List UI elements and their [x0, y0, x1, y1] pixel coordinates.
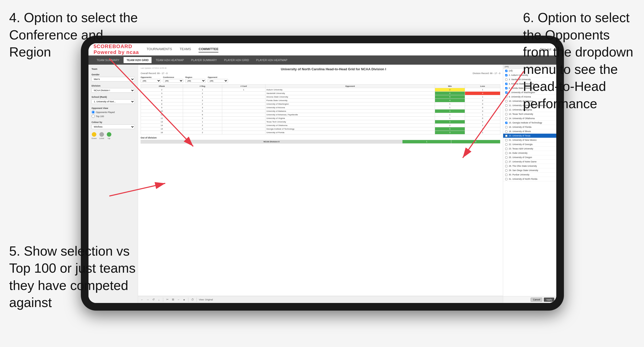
colour-select[interactable]: Win/loss	[92, 124, 135, 129]
opponent-filter-select[interactable]: (All)	[208, 79, 228, 83]
apply-button[interactable]: Apply	[544, 298, 554, 302]
opponent-list-item[interactable]: 23. Texas A&M University	[503, 147, 556, 151]
table-row: 4 1 Arizona State University 5 1	[141, 95, 500, 99]
legend-up-label: Up	[108, 137, 110, 140]
minus-icon[interactable]: −	[176, 298, 181, 302]
cell-opponent: University of Alabama	[265, 109, 435, 113]
opponent-list-item[interactable]: 29. San Diego State University	[503, 168, 556, 173]
cell-conf	[222, 113, 265, 117]
subnav-team-h2h-heatmap[interactable]: TEAM H2H HEATMAP	[153, 57, 187, 63]
cell-rank: 14	[141, 124, 183, 127]
cell-win: 1	[435, 106, 465, 109]
table-row: 10 5 University of Alabama 3 0	[141, 109, 500, 113]
cell-opponent: Arizona State University	[265, 95, 435, 99]
opponent-list-item[interactable]: 18. University of Illinois	[503, 129, 556, 134]
opponent-list-item[interactable]: 31. University of North Florida	[503, 177, 556, 181]
cell-reg: 4	[183, 127, 222, 131]
region-filter-select[interactable]: (All)	[185, 79, 206, 83]
filter-opponents: Opponents: (All)	[141, 76, 161, 83]
grid-icon[interactable]: ⊞	[171, 298, 175, 302]
legend: Down Level Up	[92, 132, 135, 140]
out-of-division-label: Out of division	[141, 136, 500, 139]
cell-conf	[222, 131, 265, 134]
table-row: 11 6 University of Arkansas, Fayettevill…	[141, 113, 500, 117]
cut-icon[interactable]: ✂	[165, 298, 169, 302]
conference-filter-select[interactable]: (All)	[163, 79, 183, 83]
cell-loss: 0	[465, 102, 500, 106]
opponent-filter-label: Opponent	[208, 76, 228, 78]
toolbar: ← → ↺ ↓ ✂ ⊞ − ● ⏱ View: Original	[138, 296, 503, 303]
table-row: 14 2 University of Oklahoma 2 2	[141, 124, 500, 127]
toolbar-sep3	[197, 298, 197, 302]
opponent-list-item[interactable]: 20. University of Texas	[503, 134, 556, 138]
timer-icon[interactable]: ⏱	[190, 298, 194, 302]
cell-reg: 5	[183, 109, 222, 113]
cell-loss: 1	[465, 127, 500, 131]
table-row: 12 3 University of Virginia 1 0	[141, 117, 500, 120]
opponent-list-item[interactable]: 15. Georgia Institute of Technology	[503, 121, 556, 125]
filter-region: Region (All)	[185, 76, 206, 83]
legend-level: Level	[99, 132, 104, 140]
cancel-button[interactable]: Cancel	[531, 298, 542, 302]
subnav-player-h2h-grid[interactable]: PLAYER H2H GRID	[221, 57, 252, 63]
opponent-list-item[interactable]: 24. Duke University	[503, 151, 556, 155]
table-title: University of North Carolina Head-to-Hea…	[281, 67, 386, 71]
nav-bar: 5COREBOARD Powered by ncaa TOURNAMENTS T…	[88, 43, 556, 55]
division-select[interactable]: NCAA Division I	[92, 88, 135, 93]
subnav-player-summary[interactable]: PLAYER SUMMARY	[188, 57, 220, 63]
last-updated: Last Updated: 4/7/2014 16:55:38	[141, 67, 167, 71]
cell-conf	[222, 127, 265, 131]
out-division-table: NCAA Division II 1 0	[141, 140, 500, 144]
cell-reg: 1	[183, 120, 222, 124]
nav-tournaments[interactable]: TOURNAMENTS	[146, 46, 172, 52]
dot-icon[interactable]: ●	[182, 298, 186, 302]
legend-level-icon	[99, 132, 104, 137]
nav-teams[interactable]: TEAMS	[180, 46, 191, 52]
legend-up: Up	[107, 132, 111, 140]
cell-rank: 4	[141, 95, 183, 99]
cell-opponent: University of Florida	[265, 131, 435, 134]
radio-top100[interactable]: Top 100	[92, 115, 135, 118]
legend-down-label: Down	[92, 137, 97, 140]
cell-opponent: Auburn University	[265, 88, 435, 92]
cell-reg: 2	[183, 92, 222, 95]
cell-rank: 9	[141, 106, 183, 109]
tablet-frame: 5COREBOARD Powered by ncaa TOURNAMENTS T…	[81, 36, 564, 311]
subnav-player-h2h-heatmap[interactable]: PLAYER H2H HEATMAP	[253, 57, 290, 63]
opponent-list-item[interactable]: 25. University of Oregon	[503, 155, 556, 160]
opponent-list-item[interactable]: 28. The Ohio State University	[503, 164, 556, 168]
nav-committee[interactable]: COMMITTEE	[199, 46, 218, 52]
gender-select[interactable]: Men's	[92, 77, 135, 81]
conference-filter-label: Conference	[163, 76, 183, 78]
redo-icon[interactable]: →	[146, 298, 150, 302]
annotation-top-right: 6. Option to select the Opponents from t…	[523, 9, 635, 113]
opponent-list-item[interactable]: 30. Purdue University	[503, 173, 556, 177]
colour-label: Colour by	[92, 121, 135, 123]
opponent-list-item[interactable]: 13. Texas Tech University	[503, 112, 556, 116]
cell-loss: 1	[465, 88, 500, 92]
col-reg: # Reg	[183, 85, 222, 88]
opponents-filter-select[interactable]: (All)	[141, 79, 161, 83]
opponent-list-item[interactable]: 14. University of Oklahoma	[503, 116, 556, 121]
cell-reg: 3	[183, 117, 222, 120]
refresh-icon[interactable]: ↺	[151, 298, 155, 302]
cell-win: 5	[435, 127, 465, 131]
opponent-list-item[interactable]: 22. University of Georgia	[503, 142, 556, 147]
cell-rank: 6	[141, 99, 183, 102]
opponent-list-item[interactable]: 21. University of New Mexico	[503, 138, 556, 142]
radio-opponents-played[interactable]: Opponents Played	[92, 110, 135, 114]
cell-opponent: Florida State University	[265, 99, 435, 102]
cell-rank: 10	[141, 109, 183, 113]
cell-conf: 1	[222, 88, 265, 92]
toolbar-sep1	[163, 298, 163, 302]
cell-conf	[222, 109, 265, 113]
sidebar-school-section: School (Rank) 1. University of Nort...	[92, 96, 135, 104]
sidebar-team-section: Team	[92, 68, 135, 70]
table-area: Last Updated: 4/7/2014 16:55:38 Universi…	[138, 65, 503, 296]
school-select[interactable]: 1. University of Nort...	[92, 99, 135, 104]
opponent-list-item[interactable]: 27. University of Notre Dame	[503, 160, 556, 164]
cell-conf	[222, 106, 265, 109]
opponent-list-item[interactable]: 16. University of Florida	[503, 125, 556, 129]
cell-conf	[222, 92, 265, 95]
download-icon[interactable]: ↓	[157, 298, 161, 302]
